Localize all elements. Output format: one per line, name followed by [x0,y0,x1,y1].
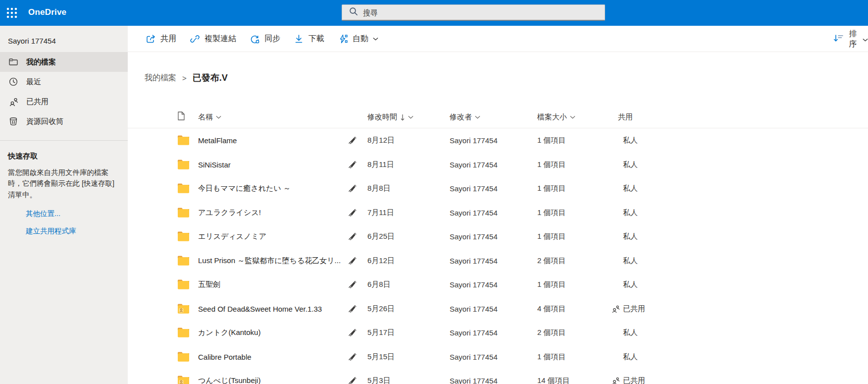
folder-icon [177,159,190,169]
automate-label: 自動 [353,34,368,44]
sidebar-item-recent[interactable]: 最近 [0,72,128,92]
sharing-status: 私人 [623,160,638,169]
column-header-modified-by[interactable]: 修改者 [450,112,480,122]
modified-date: 8月8日 [367,184,391,193]
chevron-down-icon [863,35,868,44]
table-row[interactable]: アユラクライシス! 7月11日 Sayori 177454 1 個項目 [128,201,868,225]
folder-icon [177,231,190,242]
no-edit-pencil-icon [348,256,357,265]
file-name[interactable]: Seed Of Dead&Sweet Home Ver.1.33 [198,304,322,313]
copy-link-label: 複製連結 [204,34,236,44]
file-name[interactable]: MetalFlame [198,136,237,145]
main-content: 共用 複製連結 同步 [128,26,868,384]
sort-button[interactable]: 排序 [833,26,868,52]
sharing-cell: 私人 [612,256,638,265]
shared-person-icon [612,377,620,384]
create-shared-library-link[interactable]: 建立共用程式庫 [26,226,128,236]
breadcrumb-separator: > [182,74,187,82]
more-places-link[interactable]: 其他位置... [26,209,128,219]
share-button[interactable]: 共用 [146,34,176,44]
folder-icon [177,376,190,384]
file-name[interactable]: SiNiSistar [198,160,231,168]
modified-by: Sayori 177454 [450,184,498,193]
folder-icon [177,255,190,266]
search-input[interactable] [363,8,581,17]
folder-icon [8,57,18,67]
file-name[interactable]: Calibre Portable [198,352,252,361]
file-name[interactable]: 五聖劍 [198,280,220,289]
quick-access-description: 當您開啟來自共用文件庫的檔案時，它們將會顯示在此 [快速存取] 清單中。 [0,161,128,200]
table-row[interactable]: カントク(Kantoku) 5月17日 Sayori 177454 2 個項目 [128,321,868,345]
folder-icon [177,183,190,194]
file-name[interactable]: Lust Prison ～監獄都市に堕ちる花乙女リ... [198,256,341,265]
modified-by: Sayori 177454 [450,208,498,217]
download-label: 下載 [308,34,324,44]
table-row[interactable]: 五聖劍 6月8日 Sayori 177454 1 個項目 [128,273,868,297]
file-size: 1 個項目 [537,352,566,361]
file-name[interactable]: エリスディスノミア [198,232,266,241]
table-row[interactable]: Seed Of Dead&Sweet Home Ver.1.33 5月26日 S… [128,297,868,321]
sharing-status: 私人 [623,208,638,217]
sort-descending-icon [400,114,405,121]
folder-icon [177,303,190,314]
file-name[interactable]: つんべじ(Tsunbeji) [198,376,260,384]
sidebar-item-label: 資源回收筒 [26,117,63,126]
file-name[interactable]: アユラクライシス! [198,208,261,217]
file-size: 1 個項目 [537,160,566,169]
copy-link-icon [190,34,200,44]
file-name[interactable]: 今日もママに癒されたい ～ [198,184,291,193]
column-header-modified[interactable]: 修改時間 [367,112,413,122]
sync-icon [250,34,260,44]
sharing-status: 已共用 [623,304,645,313]
file-size: 1 個項目 [537,232,566,241]
sharing-cell: 私人 [612,280,638,289]
no-edit-pencil-icon [348,208,357,217]
file-size: 14 個項目 [537,376,570,384]
table-row[interactable]: Lust Prison ～監獄都市に堕ちる花乙女リ... 6月12日 Sayor… [128,249,868,273]
file-size: 4 個項目 [537,304,566,313]
file-size: 1 個項目 [537,280,566,289]
folder-icon [177,351,190,362]
table-row[interactable]: Calibre Portable 5月15日 Sayori 177454 1 個… [128,345,868,369]
modified-by: Sayori 177454 [450,280,498,289]
sharing-cell: 已共用 [612,304,645,313]
column-header-name[interactable]: 名稱 [198,112,221,122]
copy-link-button[interactable]: 複製連結 [190,34,236,44]
search-box[interactable] [342,4,605,21]
sync-button[interactable]: 同步 [250,34,280,44]
modified-date: 6月25日 [367,232,395,241]
table-row[interactable]: SiNiSistar 8月11日 Sayori 177454 1 個項目 [128,153,868,177]
sharing-status: 私人 [623,136,638,145]
column-header-sharing[interactable]: 共用 [618,112,633,122]
automate-icon [338,34,348,44]
file-size: 1 個項目 [537,136,566,145]
file-name[interactable]: カントク(Kantoku) [198,328,260,337]
modified-date: 7月11日 [367,208,394,217]
modified-date: 8月11日 [367,160,394,169]
breadcrumb-parent[interactable]: 我的檔案 [145,73,176,83]
automate-button[interactable]: 自動 [338,34,378,44]
sidebar-item-shared[interactable]: 已共用 [0,92,128,111]
table-row[interactable]: 今日もママに癒されたい ～ 8月8日 Sayori 177454 1 個項目 [128,176,868,201]
shared-person-icon [612,304,620,313]
download-button[interactable]: 下載 [294,34,324,44]
column-header-file-size[interactable]: 檔案大小 [537,112,575,122]
table-row[interactable]: エリスディスノミア 6月25日 Sayori 177454 1 個項目 [128,224,868,249]
modified-date: 6月8日 [367,280,391,289]
modified-by: Sayori 177454 [450,377,498,384]
table-row[interactable]: つんべじ(Tsunbeji) 5月3日 Sayori 177454 14 個項目 [128,369,868,384]
sidebar-item-recycle-bin[interactable]: 資源回收筒 [0,111,128,131]
share-label: 共用 [160,34,176,44]
modified-by: Sayori 177454 [450,329,498,337]
sidebar-item-my-files[interactable]: 我的檔案 [0,52,128,72]
no-edit-pencil-icon [348,376,357,384]
chevron-down-icon [373,37,378,41]
chevron-down-icon [570,115,575,119]
sort-icon [833,33,843,45]
modified-date: 5月26日 [367,304,395,313]
search-icon [349,7,358,18]
table-row[interactable]: MetalFlame 8月12日 Sayori 177454 1 個項目 [128,128,868,153]
modified-date: 8月12日 [367,136,395,145]
sync-label: 同步 [264,34,280,44]
app-launcher-icon[interactable] [6,7,18,19]
